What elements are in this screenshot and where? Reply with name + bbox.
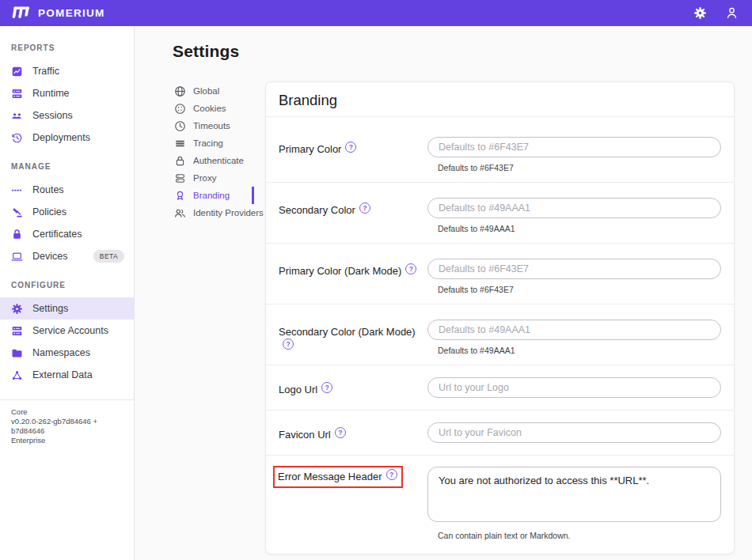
app-header: POMERIUM — [0, 0, 752, 26]
label-wrap: Logo Url? — [279, 382, 332, 396]
sessions-people-icon — [11, 110, 23, 122]
cookie-icon — [174, 103, 186, 115]
subnav-item-label: Identity Providers — [193, 208, 264, 218]
field-input-primary-color[interactable] — [427, 137, 721, 157]
settings-gear-icon — [11, 303, 23, 315]
helper-text: Defaults to #6F43E7 — [438, 285, 721, 295]
subnav-item-tracing[interactable]: Tracing — [173, 134, 254, 152]
field-label-col: Primary Color (Dark Mode)? — [279, 259, 427, 295]
field-input-secondary-color[interactable] — [427, 198, 721, 218]
helper-text: Defaults to #49AAA1 — [438, 224, 721, 234]
sidebar-item-traffic[interactable]: Traffic — [0, 60, 134, 82]
subnav-item-authenticate[interactable]: Authenticate — [173, 152, 254, 169]
sidebar-item-namespaces[interactable]: Namespaces — [0, 342, 134, 364]
label-wrap: Primary Color (Dark Mode)? — [279, 263, 416, 278]
subnav-item-label: Authenticate — [193, 156, 244, 165]
subnav-item-label: Tracing — [193, 138, 223, 148]
field-label-favicon-url: Favicon Url — [279, 429, 331, 441]
help-icon[interactable]: ? — [283, 339, 294, 350]
subnav-item-identity-providers[interactable]: Identity Providers — [173, 204, 254, 221]
sidebar-item-certificates[interactable]: Certificates — [0, 223, 134, 245]
subnav-item-branding[interactable]: Branding — [173, 187, 254, 204]
main-layout: REPORTSTrafficRuntimeSessionsDeployments… — [0, 26, 752, 560]
devices-laptop-icon — [11, 251, 23, 263]
field-row-error-message-header: Error Message Header?You are not authori… — [266, 455, 734, 554]
namespaces-folder-icon — [11, 347, 23, 359]
field-input-error-message-header[interactable]: You are not authorized to access this **… — [427, 467, 721, 522]
helper-text: Can contain plain text or Markdown. — [438, 531, 721, 541]
policies-gavel-icon — [11, 206, 23, 218]
beta-badge: BETA — [93, 250, 124, 263]
sidebar-item-policies[interactable]: Policies — [0, 201, 134, 223]
branding-panel: Branding Primary Color?Defaults to #6F43… — [265, 81, 735, 554]
sidebar-item-settings[interactable]: Settings — [0, 297, 134, 320]
version-edition: Enterprise — [11, 436, 123, 445]
field-control-col — [427, 377, 721, 398]
help-icon[interactable]: ? — [386, 469, 397, 480]
label-wrap: Secondary Color? — [279, 202, 370, 217]
subnav-item-global[interactable]: Global — [173, 82, 254, 100]
sidebar-item-deployments[interactable]: Deployments — [0, 127, 134, 149]
subnav-item-label: Global — [193, 86, 219, 96]
field-label-col: Logo Url? — [279, 377, 427, 398]
field-label-logo-url: Logo Url — [279, 384, 317, 395]
gear-icon[interactable] — [687, 2, 712, 25]
appbar-actions — [687, 2, 744, 25]
deployments-history-icon — [11, 132, 23, 144]
field-row-logo-url: Logo Url? — [266, 365, 734, 410]
help-icon[interactable]: ? — [345, 142, 356, 153]
help-icon[interactable]: ? — [321, 382, 332, 393]
panel-title: Branding — [279, 92, 721, 108]
nav-section-label-manage: MANAGE — [11, 162, 123, 171]
settings-subnav: GlobalCookiesTimeoutsTracingAuthenticate… — [173, 82, 254, 221]
field-row-secondary-color-dark-mode: Secondary Color (Dark Mode)?Defaults to … — [266, 304, 734, 365]
field-input-primary-color-dark-mode[interactable] — [427, 259, 721, 279]
sidebar-item-label: External Data — [32, 369, 93, 380]
field-row-primary-color-dark-mode: Primary Color (Dark Mode)?Defaults to #6… — [266, 243, 734, 304]
subnav-item-label: Timeouts — [193, 121, 230, 131]
certificates-lock-icon — [11, 229, 23, 240]
proxy-stack-icon — [174, 172, 186, 184]
field-label-col: Error Message Header? — [279, 467, 427, 541]
sidebar-item-label: Settings — [32, 303, 68, 314]
pomerium-logo-icon — [11, 6, 32, 21]
field-input-logo-url[interactable] — [427, 377, 721, 398]
sidebar-item-routes[interactable]: Routes — [0, 179, 134, 201]
subnav-item-label: Proxy — [193, 173, 216, 183]
person-icon[interactable] — [719, 2, 744, 25]
app-logo[interactable]: POMERIUM — [11, 6, 105, 21]
field-row-secondary-color: Secondary Color?Defaults to #49AAA1 — [266, 182, 734, 243]
sidebar-item-service-accounts[interactable]: Service Accounts — [0, 320, 134, 342]
sidebar-item-external-data[interactable]: External Data — [0, 364, 134, 386]
field-label-primary-color-dark-mode: Primary Color (Dark Mode) — [279, 265, 401, 277]
content-area: Settings GlobalCookiesTimeoutsTracingAut… — [135, 26, 752, 560]
page-title: Settings — [173, 41, 752, 62]
field-row-primary-color: Primary Color?Defaults to #6F43E7 — [266, 117, 734, 182]
sidebar-item-runtime[interactable]: Runtime — [0, 82, 134, 104]
version-info: Core v0.20.0-262-gb7d84646 + b7d84646 En… — [0, 400, 134, 452]
field-input-favicon-url[interactable] — [427, 422, 721, 443]
subnav-item-timeouts[interactable]: Timeouts — [173, 117, 254, 134]
sidebar-item-label: Namespaces — [32, 347, 90, 358]
field-label-error-message-header: Error Message Header — [278, 471, 382, 482]
help-icon[interactable]: ? — [405, 263, 416, 274]
subnav-item-cookies[interactable]: Cookies — [173, 100, 254, 117]
field-control-col: You are not authorized to access this **… — [427, 467, 721, 541]
sidebar-item-sessions[interactable]: Sessions — [0, 104, 134, 127]
sidebar-item-devices[interactable]: DevicesBETA — [0, 245, 134, 267]
routes-icon — [11, 184, 23, 196]
sidebar: REPORTSTrafficRuntimeSessionsDeployments… — [0, 26, 135, 560]
field-label-col: Secondary Color (Dark Mode)? — [279, 320, 427, 356]
nav-section-label-reports: REPORTS — [11, 44, 123, 52]
help-icon[interactable]: ? — [335, 427, 346, 438]
identity-people-icon — [174, 207, 186, 219]
label-wrap: Favicon Url? — [279, 427, 346, 441]
field-control-col: Defaults to #6F43E7 — [427, 137, 721, 173]
sidebar-item-label: Certificates — [32, 229, 82, 240]
subnav-item-proxy[interactable]: Proxy — [173, 169, 254, 187]
helper-text: Defaults to #49AAA1 — [438, 346, 721, 356]
help-icon[interactable]: ? — [359, 202, 370, 214]
field-input-secondary-color-dark-mode[interactable] — [427, 320, 721, 340]
runtime-server-icon — [11, 88, 23, 100]
field-label-col: Secondary Color? — [279, 198, 427, 234]
